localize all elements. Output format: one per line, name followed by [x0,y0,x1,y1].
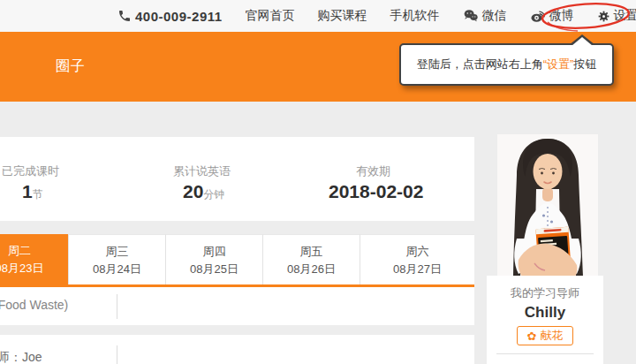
nav-label-wechat: 微信 [482,8,507,24]
tab-day-wed[interactable]: 周三 08月24日 [68,234,165,284]
tutor-card: 我的学习导师 Chilly ✿ 献花 [487,276,603,364]
tab-date-label: 08月27日 [360,261,474,278]
schedule-row-lesson: (Food Waste) [0,287,474,325]
phone-icon [117,9,132,23]
nav-item-wechat[interactable]: 微信 [463,8,507,24]
wechat-icon [463,8,479,24]
tab-day-label: 周六 [360,243,474,261]
tab-day-sat[interactable]: 周六 08月27日 [360,234,474,284]
cell-divider [117,294,117,319]
tutor-photo [497,134,598,277]
tutor-card-label: 我的学习导师 [487,285,603,301]
tooltip-text-highlight: “设置” [543,57,574,72]
tab-date-label: 08月26日 [263,261,360,278]
tab-day-label: 周三 [69,243,165,261]
stat-value-valid-until: 2018-02-02 [329,181,423,202]
give-flower-button[interactable]: ✿ 献花 [517,326,573,345]
page-title: 圈子 [56,57,86,76]
settings-highlight-annotation [539,1,634,34]
tutor-card-divider [496,353,594,354]
tab-day-label: 周四 [166,243,262,261]
nav-link-official-home[interactable]: 官网首页 [246,8,295,24]
tooltip-text-suffix: 按钮 [573,57,596,72]
page: 400-009-2911 官网首页 购买课程 手机软件 微信 [0,0,636,364]
nav-link-mobile-app[interactable]: 手机软件 [390,8,440,24]
stats-card: 已完成课时 1节 累计说英语 20分钟 有效期 2018-02-02 [0,137,474,221]
tab-date-label: 08月23日 [0,260,68,277]
nav-link-buy-course[interactable]: 购买课程 [318,8,367,24]
tab-day-tue[interactable]: 周二 08月23日 [0,234,68,284]
flower-icon: ✿ [527,330,537,342]
schedule-tabs: 周二 08月23日 周三 08月24日 周四 08月25日 周五 08月26日 … [0,234,474,284]
tab-date-label: 08月24日 [69,261,165,278]
tab-day-label: 周五 [263,243,360,261]
phone-group: 400-009-2911 [117,9,223,24]
stat-label-valid-until: 有效期 [356,163,390,179]
tab-day-fri[interactable]: 周五 08月26日 [262,234,360,284]
stat-value-completed-lessons: 1节 [22,181,43,202]
settings-tooltip: 登陆后，点击网站右上角 “设置” 按钮 [399,43,614,86]
tab-date-label: 08月25日 [166,261,262,278]
tab-day-thu[interactable]: 周四 08月25日 [165,234,262,284]
stat-value-speaking-minutes: 20分钟 [183,181,224,202]
stat-label-speaking-minutes: 累计说英语 [173,163,231,179]
tooltip-text-prefix: 登陆后，点击网站右上角 [417,57,543,72]
teacher-name-text: 师：Joe [0,350,42,364]
tab-day-label: 周二 [0,242,68,260]
top-nav-bar: 400-009-2911 官网首页 购买课程 手机软件 微信 [0,0,636,32]
cell-divider [117,345,117,364]
give-flower-label: 献花 [540,328,563,344]
phone-number: 400-009-2911 [135,9,223,24]
lesson-title-text: (Food Waste) [0,298,68,312]
schedule-row-teacher: 师：Joe [0,335,474,364]
tutor-name: Chilly [487,304,603,322]
stat-label-completed-lessons: 已完成课时 [2,163,59,179]
